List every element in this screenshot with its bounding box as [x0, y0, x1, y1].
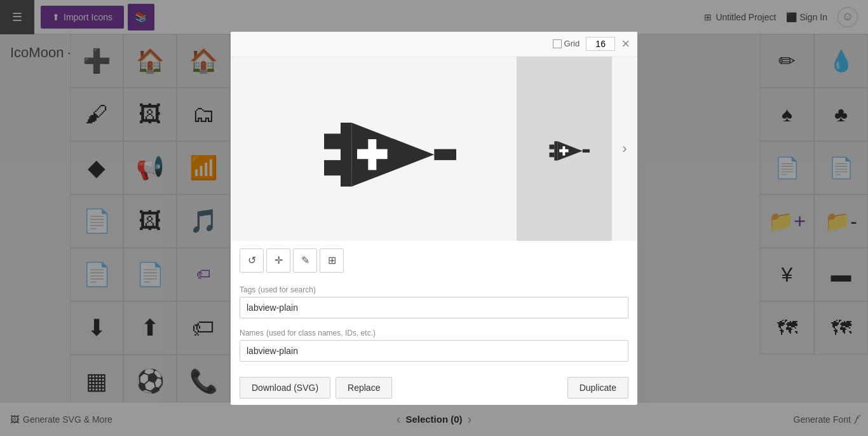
- svg-rect-12: [559, 149, 568, 152]
- tags-input[interactable]: [240, 297, 628, 318]
- rotate-tool-button[interactable]: ↺: [240, 249, 264, 273]
- modal-preview: ›: [231, 57, 637, 241]
- replace-button[interactable]: Replace: [336, 377, 392, 399]
- icon-preview-image: [291, 84, 456, 214]
- icon-preview-small: [517, 57, 612, 241]
- svg-rect-13: [583, 149, 590, 152]
- icon-edit-modal: Grid ×: [231, 32, 637, 405]
- svg-rect-2: [341, 123, 351, 187]
- modal-close-button[interactable]: ×: [621, 37, 630, 51]
- move-icon: ✛: [275, 254, 283, 266]
- modal-actions-left: Download (SVG) Replace: [240, 377, 392, 399]
- grid-tool-button[interactable]: ⊞: [320, 249, 344, 273]
- svg-rect-1: [324, 160, 341, 175]
- svg-rect-9: [554, 141, 557, 160]
- names-label: Names (used for class names, IDs, etc.): [240, 327, 628, 337]
- modal-tools: ↺ ✛ ✎ ⊞: [231, 241, 637, 278]
- grid-checkbox[interactable]: [553, 39, 562, 48]
- svg-rect-7: [550, 144, 555, 149]
- edit-tool-button[interactable]: ✎: [293, 249, 317, 273]
- svg-rect-6: [434, 149, 456, 160]
- modal-overlay: Grid ×: [0, 0, 868, 436]
- names-input[interactable]: [240, 340, 628, 362]
- next-icon-button[interactable]: ›: [612, 57, 637, 241]
- grid-icon: ⊞: [328, 254, 336, 266]
- modal-actions: Download (SVG) Replace Duplicate: [231, 371, 637, 405]
- duplicate-button[interactable]: Duplicate: [567, 377, 628, 399]
- grid-value-input[interactable]: [586, 37, 615, 51]
- tags-label: Tags (used for search): [240, 284, 628, 294]
- icon-preview-main: [231, 57, 517, 241]
- rotate-icon: ↺: [248, 254, 256, 266]
- pencil-icon: ✎: [301, 254, 309, 266]
- svg-rect-8: [550, 153, 555, 157]
- svg-rect-5: [357, 149, 388, 159]
- chevron-right-icon: ›: [622, 140, 627, 157]
- svg-rect-0: [324, 133, 341, 149]
- download-svg-button[interactable]: Download (SVG): [240, 377, 330, 399]
- modal-header: Grid ×: [231, 32, 637, 57]
- modal-body: Tags (used for search) Names (used for c…: [231, 284, 637, 371]
- modal-grid-label: Grid: [553, 39, 580, 48]
- move-tool-button[interactable]: ✛: [266, 249, 290, 273]
